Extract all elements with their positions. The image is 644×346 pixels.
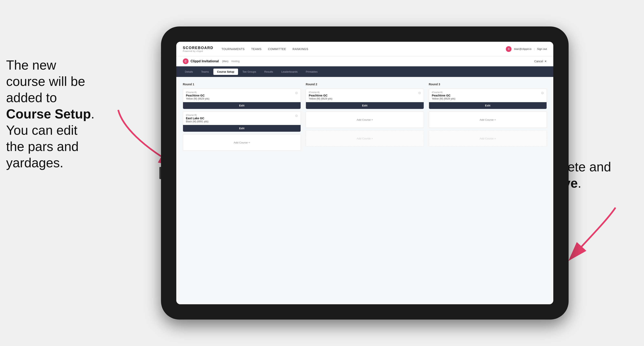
round-1-course-b-edit-button[interactable]: Edit <box>183 125 300 132</box>
round-1-add-course-label: Add Course + <box>234 141 250 144</box>
round-2-course-a-card: (Course A) Peachtree GC ⊙ Yellow (M) (66… <box>306 89 424 109</box>
round-3-add-course-button[interactable]: Add Course + <box>429 112 547 128</box>
tab-details[interactable]: Details <box>181 69 197 75</box>
round-1-course-b-detail: Black (M) (6891 yds) <box>183 120 300 123</box>
round-1-add-course-button[interactable]: Add Course + <box>183 134 301 151</box>
tab-results[interactable]: Results <box>261 69 277 75</box>
nav-link-rankings[interactable]: RANKINGS <box>293 47 308 51</box>
round-1-title: Round 1 <box>183 83 301 86</box>
tab-teams[interactable]: Teams <box>198 69 212 75</box>
round-3-course-a-header: (Course A) Peachtree GC ⊙ <box>429 89 546 97</box>
round-3-course-a-name: Peachtree GC <box>432 94 450 97</box>
round-3-add-course-disabled: Add Course + <box>429 130 547 147</box>
round-2-title: Round 2 <box>306 83 424 86</box>
round-3-title: Round 3 <box>429 83 547 86</box>
round-1-course-a-detail: Yellow (M) (6629 yds) <box>183 97 300 100</box>
clippd-logo: C <box>183 58 188 64</box>
round-2-course-a-remove-icon[interactable]: ⊙ <box>418 91 421 95</box>
tab-tee-groups[interactable]: Tee Groups <box>239 69 260 75</box>
scoreboard-logo: SCOREBOARD Powered by clippd <box>183 46 214 52</box>
round-1-course-b-name: East Lake GC <box>186 117 204 120</box>
nav-right: B blair@clippd.io | Sign out <box>506 46 547 52</box>
tablet-side-button <box>159 167 161 179</box>
round-1-column: Round 1 (Course A) Peachtree GC ⊙ Yellow… <box>183 83 301 153</box>
rounds-container: Round 1 (Course A) Peachtree GC ⊙ Yellow… <box>183 83 547 153</box>
round-1-course-b-remove-icon[interactable]: ⊙ <box>295 114 298 118</box>
nav-link-tournaments[interactable]: TOURNAMENTS <box>222 47 244 51</box>
logo-title: SCOREBOARD <box>183 46 214 50</box>
round-2-course-a-edit-button[interactable]: Edit <box>306 102 424 109</box>
round-3-course-a-detail: Yellow (M) (6629 yds) <box>429 97 546 100</box>
round-1-course-a-header: (Course A) Peachtree GC ⊙ <box>183 89 300 97</box>
round-2-course-a-header: (Course A) Peachtree GC ⊙ <box>306 89 424 97</box>
annotation-left-text: The newcourse will beadded toCourse Setu… <box>6 58 94 170</box>
tournament-header: C Clippd Invitational (Men) Hosting Canc… <box>176 56 553 66</box>
round-2-course-a-name: Peachtree GC <box>309 94 328 97</box>
tablet-frame: SCOREBOARD Powered by clippd TOURNAMENTS… <box>161 26 568 320</box>
round-1-course-a-label: (Course A) <box>186 91 204 93</box>
tournament-name: Clippd Invitational <box>190 59 219 63</box>
user-avatar: B <box>506 46 512 52</box>
tournament-left: C Clippd Invitational (Men) Hosting <box>183 58 240 64</box>
top-nav: SCOREBOARD Powered by clippd TOURNAMENTS… <box>176 42 553 56</box>
round-2-course-a-label: (Course A) <box>309 91 328 93</box>
main-content: Round 1 (Course A) Peachtree GC ⊙ Yellow… <box>176 77 553 304</box>
tablet-screen: SCOREBOARD Powered by clippd TOURNAMENTS… <box>176 42 553 304</box>
round-1-course-a-remove-icon[interactable]: ⊙ <box>295 91 298 95</box>
round-2-add-course-button[interactable]: Add Course + <box>306 112 424 128</box>
round-2-add-course-label: Add Course + <box>357 118 373 121</box>
cancel-button[interactable]: Cancel ✕ <box>534 60 547 63</box>
sub-nav: Details Teams Course Setup Tee Groups Re… <box>176 66 553 77</box>
round-1-course-a-name: Peachtree GC <box>186 94 204 97</box>
round-2-add-course-disabled-label: Add Course + <box>357 137 373 140</box>
nav-link-committee[interactable]: COMMITTEE <box>268 47 286 51</box>
tournament-status: Hosting <box>231 60 240 63</box>
round-2-column: Round 2 (Course A) Peachtree GC ⊙ Yellow… <box>306 83 424 153</box>
tab-course-setup[interactable]: Course Setup <box>214 69 238 75</box>
user-email: blair@clippd.io <box>514 47 531 50</box>
round-2-add-course-disabled: Add Course + <box>306 130 424 147</box>
round-1-course-b-card: (Course B) East Lake GC ⊙ Black (M) (689… <box>183 112 301 132</box>
round-3-course-a-remove-icon[interactable]: ⊙ <box>541 91 544 95</box>
arrow-right <box>558 203 632 265</box>
round-1-course-a-edit-button[interactable]: Edit <box>183 102 300 109</box>
sign-out-link[interactable]: Sign out <box>537 47 547 50</box>
nav-link-teams[interactable]: TEAMS <box>251 47 262 51</box>
tab-printables[interactable]: Printables <box>302 69 321 75</box>
round-3-add-course-disabled-label: Add Course + <box>480 137 496 140</box>
round-1-course-b-header: (Course B) East Lake GC ⊙ <box>183 112 300 120</box>
round-3-add-course-label: Add Course + <box>480 118 496 121</box>
logo-sub: Powered by clippd <box>183 50 214 52</box>
round-1-course-b-label: (Course B) <box>186 114 204 116</box>
round-3-course-a-card: (Course A) Peachtree GC ⊙ Yellow (M) (66… <box>429 89 547 109</box>
round-3-column: Round 3 (Course A) Peachtree GC ⊙ Yellow… <box>429 83 547 153</box>
cancel-icon: ✕ <box>544 60 547 63</box>
nav-links: TOURNAMENTS TEAMS COMMITTEE RANKINGS <box>222 47 506 51</box>
tab-leaderboards[interactable]: Leaderboards <box>278 69 301 75</box>
round-3-course-a-label: (Course A) <box>432 91 450 93</box>
round-2-course-a-detail: Yellow (M) (6629 yds) <box>306 97 424 100</box>
round-1-course-a-card: (Course A) Peachtree GC ⊙ Yellow (M) (66… <box>183 89 301 109</box>
tournament-badge: (Men) <box>222 60 228 63</box>
round-3-course-a-edit-button[interactable]: Edit <box>429 102 546 109</box>
